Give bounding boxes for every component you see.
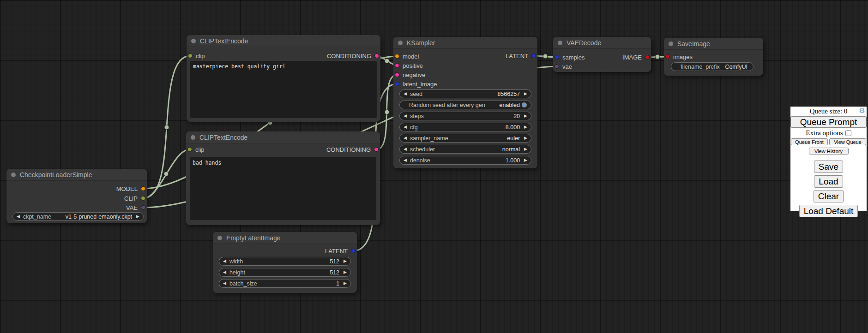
- increment-arrow-icon[interactable]: ▶: [524, 125, 527, 129]
- collapse-dot-icon[interactable]: [398, 41, 403, 45]
- widget-filename-prefix[interactable]: filename_prefix ComfyUI: [671, 62, 753, 71]
- toggle-dot-icon[interactable]: [522, 102, 527, 107]
- image-slot-dot-icon[interactable]: [645, 55, 650, 59]
- positive-prompt-textarea[interactable]: masterpiece best quality girl: [190, 61, 377, 118]
- decrement-arrow-icon[interactable]: ◀: [223, 259, 226, 263]
- conditioning-slot-dot-icon[interactable]: [374, 54, 379, 58]
- clip-slot-dot-icon[interactable]: [187, 147, 192, 152]
- increment-arrow-icon[interactable]: ▶: [344, 270, 347, 274]
- decrement-arrow-icon[interactable]: ◀: [17, 214, 20, 219]
- node-checkpoint-loader-simple[interactable]: CheckpointLoaderSimple MODEL CLIP VAE ◀ …: [6, 169, 147, 223]
- input-slot-latent-image[interactable]: latent_image: [395, 79, 437, 89]
- decrement-arrow-icon[interactable]: ◀: [404, 92, 407, 96]
- widget-sampler-name[interactable]: ◀ sampler_name euler ▶: [399, 134, 531, 143]
- latent-slot-dot-icon[interactable]: [395, 82, 399, 86]
- input-slot-images[interactable]: images: [665, 52, 693, 61]
- input-slot-clip[interactable]: clip: [188, 51, 205, 60]
- widget-random-seed-toggle[interactable]: Random seed after every gen enabled: [399, 101, 531, 109]
- input-slot-vae[interactable]: vae: [555, 62, 572, 71]
- widget-height[interactable]: ◀ height 512 ▶: [219, 268, 351, 277]
- widget-width[interactable]: ◀ width 512 ▶: [219, 257, 351, 266]
- node-title-bar[interactable]: SaveImage: [664, 38, 763, 50]
- node-ksampler[interactable]: KSampler model positive negative latent_…: [393, 37, 537, 168]
- node-title-bar[interactable]: VAEDecode: [553, 37, 651, 49]
- output-slot-latent[interactable]: LATENT: [506, 51, 536, 60]
- link-midpoint-dot[interactable]: [385, 59, 389, 63]
- clip-slot-dot-icon[interactable]: [141, 196, 145, 201]
- decrement-arrow-icon[interactable]: ◀: [223, 281, 226, 285]
- widget-cfg[interactable]: ◀ cfg 8.000 ▶: [399, 123, 531, 131]
- negative-prompt-textarea[interactable]: bad hands: [190, 157, 376, 220]
- vae-slot-dot-icon[interactable]: [555, 64, 559, 69]
- collapse-dot-icon[interactable]: [11, 172, 16, 177]
- link-midpoint-dot[interactable]: [164, 172, 169, 176]
- conditioning-slot-dot-icon[interactable]: [395, 72, 399, 77]
- node-vae-decode[interactable]: VAEDecode samples vae IMAGE: [553, 37, 651, 72]
- decrement-arrow-icon[interactable]: ◀: [223, 270, 226, 274]
- settings-gear-icon[interactable]: ⚙: [859, 107, 865, 114]
- increment-arrow-icon[interactable]: ▶: [524, 114, 527, 118]
- increment-arrow-icon[interactable]: ▶: [344, 259, 347, 263]
- input-slot-negative[interactable]: negative: [395, 70, 425, 79]
- node-clip-text-encode-negative[interactable]: CLIPTextEncode clip CONDITIONING bad han…: [186, 131, 380, 225]
- increment-arrow-icon[interactable]: ▶: [136, 214, 139, 219]
- collapse-dot-icon[interactable]: [217, 236, 222, 240]
- widget-denoise[interactable]: ◀ denoise 1.000 ▶: [399, 156, 531, 165]
- collapse-dot-icon[interactable]: [191, 135, 195, 140]
- widget-steps[interactable]: ◀ steps 20 ▶: [399, 112, 531, 120]
- latent-slot-dot-icon[interactable]: [531, 54, 536, 58]
- output-slot-model[interactable]: MODEL: [116, 184, 145, 193]
- output-slot-conditioning[interactable]: CONDITIONING: [326, 145, 379, 154]
- node-title-bar[interactable]: EmptyLatentImage: [213, 232, 357, 244]
- input-slot-clip[interactable]: clip: [187, 145, 205, 154]
- increment-arrow-icon[interactable]: ▶: [344, 281, 347, 285]
- output-slot-conditioning[interactable]: CONDITIONING: [327, 51, 379, 60]
- output-slot-image[interactable]: IMAGE: [622, 53, 650, 62]
- model-slot-dot-icon[interactable]: [141, 186, 145, 191]
- model-slot-dot-icon[interactable]: [395, 54, 399, 59]
- decrement-arrow-icon[interactable]: ◀: [404, 147, 407, 151]
- link-midpoint-dot[interactable]: [164, 125, 169, 130]
- latent-slot-dot-icon[interactable]: [351, 249, 356, 253]
- widget-seed[interactable]: ◀ seed 8566257 ▶: [399, 89, 531, 98]
- increment-arrow-icon[interactable]: ▶: [524, 92, 527, 96]
- queue-front-button[interactable]: Queue Front: [791, 138, 828, 145]
- decrement-arrow-icon[interactable]: ◀: [404, 114, 407, 118]
- decrement-arrow-icon[interactable]: ◀: [404, 125, 407, 129]
- node-title-bar[interactable]: KSampler: [393, 37, 537, 49]
- output-slot-latent[interactable]: LATENT: [325, 246, 356, 256]
- decrement-arrow-icon[interactable]: ◀: [404, 136, 407, 140]
- increment-arrow-icon[interactable]: ▶: [524, 147, 527, 151]
- save-button[interactable]: Save: [814, 161, 843, 173]
- clip-slot-dot-icon[interactable]: [188, 54, 193, 58]
- widget-ckpt-name[interactable]: ◀ ckpt_name v1-5-pruned-emaonly.ckpt ▶: [12, 212, 144, 221]
- view-queue-button[interactable]: View Queue: [829, 138, 866, 145]
- conditioning-slot-dot-icon[interactable]: [395, 63, 399, 68]
- node-title-bar[interactable]: CLIPTextEncode: [186, 131, 380, 143]
- queue-prompt-button[interactable]: Queue Prompt: [790, 116, 867, 128]
- latent-slot-dot-icon[interactable]: [555, 55, 559, 59]
- link-midpoint-dot[interactable]: [655, 54, 660, 59]
- node-empty-latent-image[interactable]: EmptyLatentImage LATENT ◀ width 512 ▶ ◀ …: [213, 232, 357, 293]
- link-midpoint-dot[interactable]: [385, 110, 389, 114]
- increment-arrow-icon[interactable]: ▶: [524, 158, 527, 162]
- extra-options-checkbox[interactable]: [845, 130, 851, 136]
- input-slot-samples[interactable]: samples: [555, 53, 585, 62]
- image-slot-dot-icon[interactable]: [665, 54, 670, 59]
- node-title-bar[interactable]: CheckpointLoaderSimple: [6, 169, 147, 181]
- node-title-bar[interactable]: CLIPTextEncode: [187, 35, 380, 47]
- output-slot-clip[interactable]: CLIP: [124, 194, 145, 203]
- decrement-arrow-icon[interactable]: ◀: [404, 158, 407, 162]
- output-slot-vae[interactable]: VAE: [126, 203, 145, 212]
- clear-button[interactable]: Clear: [814, 190, 844, 202]
- conditioning-slot-dot-icon[interactable]: [374, 147, 379, 152]
- widget-batch-size[interactable]: ◀ batch_size 1 ▶: [219, 279, 351, 288]
- view-history-button[interactable]: View History: [809, 148, 849, 155]
- vae-slot-dot-icon[interactable]: [141, 205, 145, 210]
- node-save-image[interactable]: SaveImage images filename_prefix ComfyUI: [664, 38, 763, 76]
- increment-arrow-icon[interactable]: ▶: [524, 136, 527, 140]
- collapse-dot-icon[interactable]: [669, 42, 673, 46]
- collapse-dot-icon[interactable]: [558, 41, 562, 45]
- load-default-button[interactable]: Load Default: [799, 205, 858, 217]
- link-midpoint-dot[interactable]: [543, 54, 548, 59]
